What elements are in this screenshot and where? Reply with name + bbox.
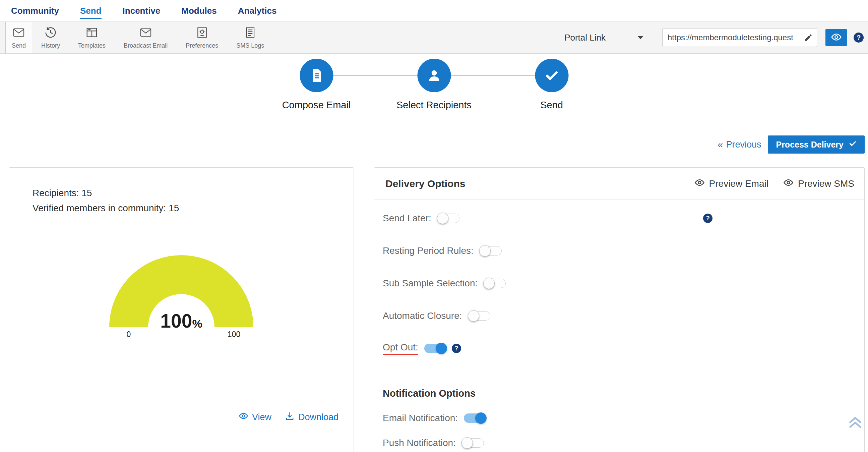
help-icon[interactable]: ? bbox=[854, 32, 864, 42]
delivery-options-header: Delivery Options Preview Email bbox=[374, 168, 864, 200]
send-check-icon[interactable] bbox=[535, 59, 568, 92]
process-delivery-label: Process Delivery bbox=[776, 140, 843, 150]
opt-out-row: Opt Out: ? bbox=[383, 332, 864, 364]
edit-pencil-icon[interactable] bbox=[804, 33, 813, 42]
actions-row: « Previous Process Delivery bbox=[0, 135, 865, 154]
nav-item-send[interactable]: Send bbox=[80, 6, 101, 16]
email-notification-toggle[interactable] bbox=[464, 414, 486, 423]
nav-item-analytics[interactable]: Analytics bbox=[238, 6, 277, 16]
sub-sample-toggle[interactable] bbox=[484, 279, 506, 288]
previous-label: Previous bbox=[726, 140, 761, 150]
verified-members-count: Verified members in community: 15 bbox=[32, 201, 353, 216]
toolbar: Send History Templates Broadcast Email bbox=[0, 22, 868, 54]
step-label: Select Recipients bbox=[397, 99, 471, 111]
send-later-help-icon[interactable]: ? bbox=[703, 214, 713, 223]
panel-title: Delivery Options bbox=[385, 178, 465, 189]
eye-icon bbox=[694, 177, 705, 190]
email-notification-row: Email Notification: bbox=[383, 406, 864, 430]
opt-out-toggle[interactable] bbox=[424, 344, 446, 353]
recipients-card: Recipients: 15 Verified members in commu… bbox=[9, 167, 354, 452]
step-label: Compose Email bbox=[282, 99, 351, 111]
automatic-closure-toggle[interactable] bbox=[468, 311, 490, 321]
tool-preferences[interactable]: Preferences bbox=[177, 22, 227, 53]
download-link[interactable]: Download bbox=[285, 411, 339, 423]
check-icon bbox=[848, 140, 857, 150]
tool-label: Send bbox=[12, 42, 26, 49]
view-link[interactable]: View bbox=[239, 411, 272, 423]
eye-icon bbox=[831, 32, 842, 43]
resting-period-label: Resting Period Rules: bbox=[383, 245, 473, 256]
push-notification-toggle[interactable] bbox=[462, 438, 484, 448]
toggle-knob bbox=[483, 278, 495, 289]
tool-send[interactable]: Send bbox=[5, 22, 32, 53]
opt-out-label: Opt Out: bbox=[383, 342, 418, 355]
sub-sample-row: Sub Sample Selection: bbox=[383, 267, 864, 299]
top-nav: Community Send Incentive Modules Analyti… bbox=[0, 0, 868, 22]
gauge-min-label: 0 bbox=[122, 330, 135, 339]
toggle-knob bbox=[468, 310, 479, 322]
tool-label: Templates bbox=[78, 42, 105, 49]
step-select-recipients: Select Recipients bbox=[375, 54, 493, 111]
compose-document-icon[interactable] bbox=[300, 59, 333, 92]
tool-label: Broadcast Email bbox=[124, 42, 167, 49]
push-notification-label: Push Notification: bbox=[383, 438, 456, 448]
sms-logs-icon bbox=[244, 26, 257, 40]
toggle-knob bbox=[437, 213, 448, 224]
automatic-closure-row: Automatic Closure: bbox=[383, 299, 864, 332]
gauge-max-label: 100 bbox=[224, 330, 244, 339]
send-later-label: Send Later: bbox=[383, 213, 431, 224]
send-envelope-icon bbox=[12, 26, 25, 40]
opt-out-help-icon[interactable]: ? bbox=[452, 344, 461, 353]
send-later-row: Send Later: ? bbox=[383, 202, 864, 234]
toolbar-right: Portal Link https://membermoduletesting.… bbox=[564, 22, 864, 53]
resting-period-row: Resting Period Rules: bbox=[383, 234, 864, 267]
tool-templates[interactable]: Templates bbox=[69, 22, 115, 53]
process-delivery-button[interactable]: Process Delivery bbox=[768, 135, 865, 154]
toggle-knob bbox=[475, 413, 487, 424]
portal-link-label: Portal Link bbox=[564, 32, 606, 43]
recipients-person-icon[interactable] bbox=[417, 59, 451, 92]
preview-email-link[interactable]: Preview Email bbox=[694, 177, 769, 190]
nav-item-incentive[interactable]: Incentive bbox=[123, 6, 160, 16]
templates-grid-icon bbox=[86, 26, 98, 40]
toggle-knob bbox=[436, 343, 447, 354]
content-cards: Recipients: 15 Verified members in commu… bbox=[0, 154, 868, 452]
send-later-toggle[interactable] bbox=[437, 214, 460, 223]
step-send: Send bbox=[493, 54, 611, 111]
tool-sms-logs[interactable]: SMS Logs bbox=[227, 22, 273, 53]
nav-item-community[interactable]: Community bbox=[11, 6, 59, 16]
wizard-stepper: Compose Email Select Recipients Send bbox=[0, 54, 868, 116]
tool-label: Preferences bbox=[186, 42, 218, 49]
delivery-options-body: Send Later: ? Resting Period Rules: Sub … bbox=[374, 200, 864, 452]
chevron-down-icon bbox=[638, 36, 644, 39]
push-notification-row: Push Notification: bbox=[383, 430, 864, 452]
double-chevron-up-icon bbox=[846, 425, 864, 431]
preview-sms-label: Preview SMS bbox=[798, 178, 854, 189]
preview-email-label: Preview Email bbox=[709, 178, 769, 189]
double-chevron-left-icon: « bbox=[717, 139, 723, 150]
tool-history[interactable]: History bbox=[32, 22, 69, 53]
preview-sms-link[interactable]: Preview SMS bbox=[783, 177, 854, 190]
step-compose-email: Compose Email bbox=[258, 54, 375, 111]
tool-broadcast-email[interactable]: Broadcast Email bbox=[115, 22, 177, 53]
delivery-options-card: Delivery Options Preview Email bbox=[374, 167, 865, 452]
portal-link-dropdown[interactable]: Portal Link bbox=[564, 32, 644, 43]
nav-item-modules[interactable]: Modules bbox=[181, 6, 217, 16]
toggle-knob bbox=[479, 245, 491, 257]
notification-options-title: Notification Options bbox=[383, 388, 864, 399]
scroll-to-top-button[interactable] bbox=[846, 413, 864, 430]
eye-icon bbox=[239, 411, 248, 423]
previous-button[interactable]: « Previous bbox=[717, 139, 761, 150]
sub-sample-label: Sub Sample Selection: bbox=[383, 278, 477, 289]
automatic-closure-label: Automatic Closure: bbox=[383, 310, 462, 321]
tool-label: History bbox=[41, 42, 60, 49]
download-icon bbox=[285, 411, 294, 423]
preferences-gear-icon bbox=[196, 26, 209, 40]
portal-url-input[interactable]: https://membermoduletesting.quest bbox=[662, 28, 817, 47]
step-label: Send bbox=[540, 99, 563, 111]
resting-period-toggle[interactable] bbox=[479, 246, 502, 255]
portal-url-value: https://membermoduletesting.quest bbox=[668, 33, 801, 42]
view-label: View bbox=[252, 412, 272, 422]
preview-portal-button[interactable] bbox=[826, 29, 847, 46]
broadcast-email-icon bbox=[140, 26, 152, 40]
